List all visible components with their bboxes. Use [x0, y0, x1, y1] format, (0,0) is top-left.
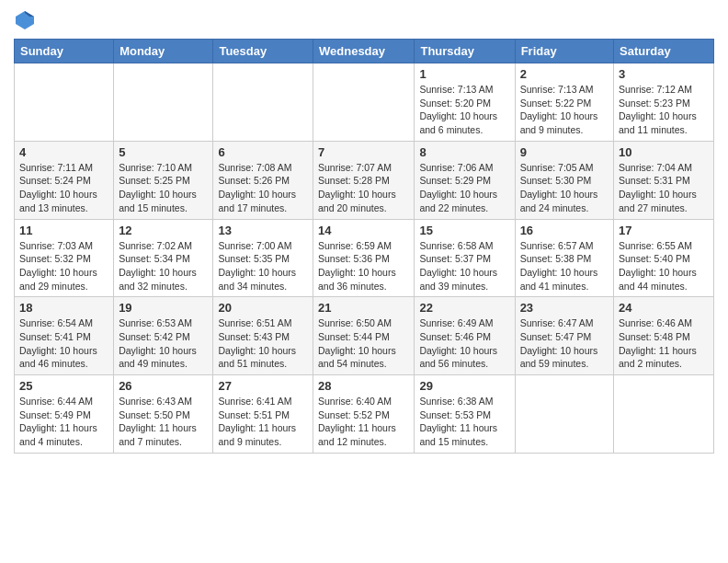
calendar-week-1: 1Sunrise: 7:13 AM Sunset: 5:20 PM Daylig… — [15, 63, 714, 142]
calendar-cell: 20Sunrise: 6:51 AM Sunset: 5:43 PM Dayli… — [213, 297, 313, 375]
calendar-cell — [15, 63, 114, 142]
calendar-week-4: 18Sunrise: 6:54 AM Sunset: 5:41 PM Dayli… — [15, 297, 714, 375]
calendar-cell: 7Sunrise: 7:07 AM Sunset: 5:28 PM Daylig… — [313, 141, 415, 219]
day-number: 12 — [119, 224, 208, 237]
calendar-cell: 23Sunrise: 6:47 AM Sunset: 5:47 PM Dayli… — [515, 297, 613, 375]
day-number: 17 — [619, 224, 709, 237]
calendar-cell: 4Sunrise: 7:11 AM Sunset: 5:24 PM Daylig… — [15, 141, 114, 219]
calendar-cell: 14Sunrise: 6:59 AM Sunset: 5:36 PM Dayli… — [313, 219, 415, 297]
day-number: 29 — [419, 379, 509, 393]
day-info: Sunrise: 6:58 AM Sunset: 5:37 PM Dayligh… — [419, 239, 509, 293]
day-info: Sunrise: 6:38 AM Sunset: 5:53 PM Dayligh… — [419, 395, 509, 449]
calendar-cell: 26Sunrise: 6:43 AM Sunset: 5:50 PM Dayli… — [114, 375, 213, 454]
day-number: 25 — [19, 379, 108, 393]
day-number: 2 — [520, 67, 609, 81]
day-info: Sunrise: 7:00 AM Sunset: 5:35 PM Dayligh… — [218, 239, 308, 293]
day-number: 5 — [119, 145, 208, 159]
calendar-cell: 8Sunrise: 7:06 AM Sunset: 5:29 PM Daylig… — [415, 141, 515, 219]
day-info: Sunrise: 6:55 AM Sunset: 5:40 PM Dayligh… — [619, 239, 709, 293]
day-info: Sunrise: 6:44 AM Sunset: 5:49 PM Dayligh… — [19, 395, 108, 449]
page-header — [14, 9, 714, 31]
day-info: Sunrise: 7:06 AM Sunset: 5:29 PM Dayligh… — [419, 161, 509, 215]
day-number: 28 — [318, 379, 409, 393]
day-number: 24 — [619, 301, 709, 315]
day-info: Sunrise: 7:07 AM Sunset: 5:28 PM Dayligh… — [318, 161, 409, 215]
calendar-cell — [614, 375, 714, 454]
day-number: 18 — [19, 301, 108, 315]
day-number: 7 — [318, 145, 409, 159]
day-number: 19 — [119, 301, 208, 315]
day-number: 3 — [619, 67, 709, 81]
day-number: 27 — [218, 379, 308, 393]
calendar-cell: 2Sunrise: 7:13 AM Sunset: 5:22 PM Daylig… — [515, 63, 613, 142]
day-info: Sunrise: 6:54 AM Sunset: 5:41 PM Dayligh… — [19, 316, 108, 371]
calendar-cell — [213, 63, 313, 142]
calendar-header-thursday: Thursday — [415, 40, 515, 63]
day-number: 11 — [19, 224, 108, 237]
calendar-week-3: 11Sunrise: 7:03 AM Sunset: 5:32 PM Dayli… — [15, 219, 714, 297]
day-info: Sunrise: 7:10 AM Sunset: 5:25 PM Dayligh… — [119, 161, 208, 215]
day-info: Sunrise: 6:49 AM Sunset: 5:46 PM Dayligh… — [419, 316, 509, 371]
day-info: Sunrise: 6:40 AM Sunset: 5:52 PM Dayligh… — [318, 395, 409, 449]
day-info: Sunrise: 6:43 AM Sunset: 5:50 PM Dayligh… — [119, 395, 208, 449]
day-info: Sunrise: 7:04 AM Sunset: 5:31 PM Dayligh… — [619, 161, 709, 215]
calendar-cell: 21Sunrise: 6:50 AM Sunset: 5:44 PM Dayli… — [313, 297, 415, 375]
calendar-table: SundayMondayTuesdayWednesdayThursdayFrid… — [14, 39, 714, 454]
day-info: Sunrise: 7:02 AM Sunset: 5:34 PM Dayligh… — [119, 239, 208, 293]
calendar-cell: 13Sunrise: 7:00 AM Sunset: 5:35 PM Dayli… — [213, 219, 313, 297]
day-number: 26 — [119, 379, 208, 393]
day-number: 1 — [419, 67, 509, 81]
day-info: Sunrise: 6:50 AM Sunset: 5:44 PM Dayligh… — [318, 316, 409, 371]
calendar-cell: 25Sunrise: 6:44 AM Sunset: 5:49 PM Dayli… — [15, 375, 114, 454]
calendar-cell: 12Sunrise: 7:02 AM Sunset: 5:34 PM Dayli… — [114, 219, 213, 297]
day-number: 22 — [419, 301, 509, 315]
calendar-cell — [515, 375, 613, 454]
calendar-header-wednesday: Wednesday — [313, 40, 415, 63]
day-number: 20 — [218, 301, 308, 315]
calendar-cell: 3Sunrise: 7:12 AM Sunset: 5:23 PM Daylig… — [614, 63, 714, 142]
day-number: 4 — [19, 145, 108, 159]
calendar-cell: 24Sunrise: 6:46 AM Sunset: 5:48 PM Dayli… — [614, 297, 714, 375]
day-number: 23 — [520, 301, 609, 315]
calendar-cell: 19Sunrise: 6:53 AM Sunset: 5:42 PM Dayli… — [114, 297, 213, 375]
day-number: 10 — [619, 145, 709, 159]
day-number: 21 — [318, 301, 409, 315]
day-info: Sunrise: 7:12 AM Sunset: 5:23 PM Dayligh… — [619, 83, 709, 137]
day-number: 16 — [520, 224, 609, 237]
calendar-cell: 9Sunrise: 7:05 AM Sunset: 5:30 PM Daylig… — [515, 141, 613, 219]
day-info: Sunrise: 7:05 AM Sunset: 5:30 PM Dayligh… — [520, 161, 609, 215]
calendar-header-sunday: Sunday — [15, 40, 114, 63]
logo-icon — [14, 9, 36, 31]
day-info: Sunrise: 6:41 AM Sunset: 5:51 PM Dayligh… — [218, 395, 308, 449]
calendar-week-5: 25Sunrise: 6:44 AM Sunset: 5:49 PM Dayli… — [15, 375, 714, 454]
calendar-cell: 5Sunrise: 7:10 AM Sunset: 5:25 PM Daylig… — [114, 141, 213, 219]
day-info: Sunrise: 7:03 AM Sunset: 5:32 PM Dayligh… — [19, 239, 108, 293]
calendar-cell: 27Sunrise: 6:41 AM Sunset: 5:51 PM Dayli… — [213, 375, 313, 454]
calendar-cell: 18Sunrise: 6:54 AM Sunset: 5:41 PM Dayli… — [15, 297, 114, 375]
day-number: 13 — [218, 224, 308, 237]
day-number: 14 — [318, 224, 409, 237]
calendar-header-row: SundayMondayTuesdayWednesdayThursdayFrid… — [15, 40, 714, 63]
logo — [14, 9, 40, 31]
day-info: Sunrise: 6:59 AM Sunset: 5:36 PM Dayligh… — [318, 239, 409, 293]
day-info: Sunrise: 6:46 AM Sunset: 5:48 PM Dayligh… — [619, 316, 709, 371]
calendar-header-friday: Friday — [515, 40, 613, 63]
day-info: Sunrise: 6:57 AM Sunset: 5:38 PM Dayligh… — [520, 239, 609, 293]
day-info: Sunrise: 7:13 AM Sunset: 5:22 PM Dayligh… — [520, 83, 609, 137]
day-number: 15 — [419, 224, 509, 237]
day-number: 8 — [419, 145, 509, 159]
calendar-cell — [114, 63, 213, 142]
day-number: 9 — [520, 145, 609, 159]
calendar-header-monday: Monday — [114, 40, 213, 63]
day-info: Sunrise: 7:13 AM Sunset: 5:20 PM Dayligh… — [419, 83, 509, 137]
calendar-cell: 10Sunrise: 7:04 AM Sunset: 5:31 PM Dayli… — [614, 141, 714, 219]
calendar-cell: 22Sunrise: 6:49 AM Sunset: 5:46 PM Dayli… — [415, 297, 515, 375]
calendar-cell: 11Sunrise: 7:03 AM Sunset: 5:32 PM Dayli… — [15, 219, 114, 297]
calendar-cell: 16Sunrise: 6:57 AM Sunset: 5:38 PM Dayli… — [515, 219, 613, 297]
calendar-cell — [313, 63, 415, 142]
day-info: Sunrise: 6:51 AM Sunset: 5:43 PM Dayligh… — [218, 316, 308, 371]
calendar-cell: 17Sunrise: 6:55 AM Sunset: 5:40 PM Dayli… — [614, 219, 714, 297]
calendar-header-saturday: Saturday — [614, 40, 714, 63]
calendar-cell: 29Sunrise: 6:38 AM Sunset: 5:53 PM Dayli… — [415, 375, 515, 454]
day-info: Sunrise: 6:47 AM Sunset: 5:47 PM Dayligh… — [520, 316, 609, 371]
